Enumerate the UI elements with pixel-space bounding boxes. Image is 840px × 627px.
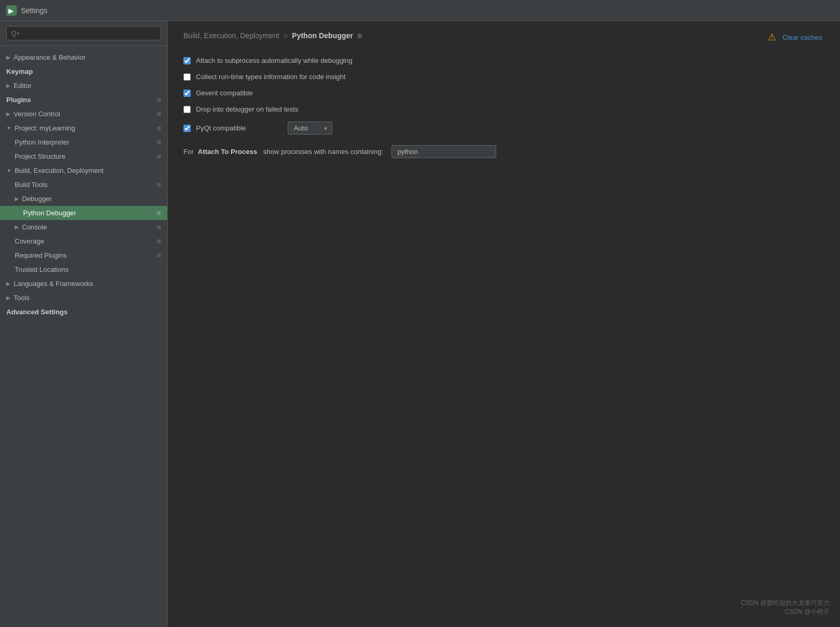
expand-icon: ▼ (6, 125, 12, 131)
search-container (0, 21, 167, 46)
settings-icon: ⊞ (157, 111, 161, 117)
app-logo: ▶ (6, 5, 17, 16)
watermark: CSDN @爱吃甜的火龙果巧克力 CSDN @小橙子 (740, 599, 830, 617)
checkbox-pyqt[interactable] (183, 125, 191, 132)
pyqt-dropdown-wrapper: Auto PyQt4 PyQt5 PySide PySide2 ▼ (288, 122, 332, 135)
settings-icon: ⊞ (157, 210, 161, 216)
sidebar-item-project[interactable]: ▼ Project: myLearning ⊞ (0, 121, 167, 135)
main-layout: ▶ Appearance & Behavior Keymap ▶ Editor … (0, 21, 840, 627)
sidebar-item-required-plugins[interactable]: Required Plugins ⊞ (0, 248, 167, 262)
sidebar-item-plugins[interactable]: Plugins ⊞ (0, 93, 167, 107)
sidebar-item-keymap[interactable]: Keymap (0, 64, 167, 79)
expand-icon: ▶ (15, 196, 19, 202)
sidebar-item-version-control[interactable]: ▶ Version Control ⊞ (0, 107, 167, 121)
sidebar-item-label: Console (22, 223, 47, 231)
sidebar-item-label: Python Debugger (23, 209, 76, 217)
expand-icon: ▶ (6, 281, 10, 287)
expand-icon: ▶ (6, 54, 10, 60)
content-area: ⚠ Clear caches Build, Execution, Deploym… (168, 21, 840, 627)
sidebar-item-label: Debugger (22, 195, 52, 203)
sidebar-item-label: Python Interpreter (15, 138, 69, 146)
checkbox-runtime[interactable] (183, 73, 191, 81)
checkbox-subprocess[interactable] (183, 57, 191, 64)
expand-icon: ▶ (6, 111, 10, 117)
checkbox-row-runtime: Collect run-time types information for c… (183, 69, 655, 85)
sidebar-item-languages[interactable]: ▶ Languages & Frameworks (0, 277, 167, 291)
checkbox-row-subprocess: Attach to subprocess automatically while… (183, 52, 655, 69)
settings-icon: ⊞ (157, 139, 161, 145)
sidebar-item-debugger[interactable]: ▶ Debugger (0, 192, 167, 206)
checkbox-label-subprocess[interactable]: Attach to subprocess automatically while… (196, 57, 352, 64)
sidebar-item-coverage[interactable]: Coverage ⊞ (0, 234, 167, 248)
sidebar-item-label: Build Tools (15, 181, 48, 189)
attach-process-input[interactable] (391, 145, 496, 158)
pyqt-row: PyQt compatible Auto PyQt4 PyQt5 PySide … (183, 117, 655, 139)
expand-icon: ▼ (6, 168, 12, 173)
checkbox-label-gevent[interactable]: Gevent compatible (196, 89, 253, 97)
attach-suffix: show processes with names containing: (261, 148, 384, 156)
checkbox-drop-debugger[interactable] (183, 106, 191, 113)
sidebar-item-label: Appearance & Behavior (14, 53, 85, 61)
sidebar-item-label: Required Plugins (15, 251, 67, 259)
watermark-line2: CSDN @小橙子 (740, 608, 830, 617)
checkbox-row-gevent: Gevent compatible (183, 85, 655, 101)
breadcrumb: Build, Execution, Deployment > Python De… (183, 31, 824, 40)
checkbox-gevent[interactable] (183, 90, 191, 97)
checkbox-row-drop-debugger: Drop into debugger on failed tests (183, 101, 655, 117)
settings-icon: ⊞ (157, 97, 161, 103)
sidebar-item-build-tools[interactable]: Build Tools ⊞ (0, 178, 167, 192)
settings-icon: ⊞ (157, 238, 161, 244)
sidebar-item-console[interactable]: ▶ Console ⊞ (0, 220, 167, 234)
settings-icon: ⊞ (157, 252, 161, 258)
clear-caches-button[interactable]: Clear caches (780, 32, 824, 42)
sidebar-item-label: Languages & Frameworks (14, 280, 93, 288)
sidebar-item-label: Editor (14, 82, 31, 90)
sidebar-item-editor[interactable]: ▶ Editor (0, 79, 167, 93)
breadcrumb-current: Python Debugger (292, 31, 353, 40)
sidebar-item-appearance[interactable]: ▶ Appearance & Behavior (0, 50, 167, 64)
sidebar-item-label: Tools (14, 294, 29, 302)
sidebar-item-label: Project: myLearning (15, 124, 75, 132)
sidebar-item-python-interpreter[interactable]: Python Interpreter ⊞ (0, 135, 167, 149)
sidebar-item-tools[interactable]: ▶ Tools (0, 291, 167, 305)
sidebar-item-project-structure[interactable]: Project Structure ⊞ (0, 149, 167, 163)
sidebar-item-label: Project Structure (15, 152, 66, 160)
expand-icon: ▶ (6, 83, 10, 89)
pyqt-dropdown[interactable]: Auto PyQt4 PyQt5 PySide PySide2 (288, 122, 332, 135)
sidebar: ▶ Appearance & Behavior Keymap ▶ Editor … (0, 21, 168, 627)
checkbox-label-drop-debugger[interactable]: Drop into debugger on failed tests (196, 105, 298, 113)
expand-icon: ▶ (15, 224, 19, 230)
sidebar-nav: ▶ Appearance & Behavior Keymap ▶ Editor … (0, 46, 167, 627)
clear-caches-area: ⚠ Clear caches (768, 31, 824, 43)
sidebar-item-label: Keymap (6, 68, 33, 75)
checkbox-label-pyqt[interactable]: PyQt compatible (196, 124, 246, 132)
settings-icon: ⊞ (157, 153, 161, 159)
sidebar-item-label: Advanced Settings (6, 308, 68, 316)
settings-form: Attach to subprocess automatically while… (183, 52, 655, 164)
top-bar: ▶ Settings (0, 0, 840, 21)
sidebar-item-advanced[interactable]: Advanced Settings (0, 305, 167, 319)
attach-prefix: For (183, 148, 194, 156)
warning-icon: ⚠ (768, 31, 776, 43)
attach-process-row: For Attach To Process show processes wit… (183, 139, 655, 164)
search-input[interactable] (6, 26, 161, 40)
sidebar-item-python-debugger[interactable]: Python Debugger ⊞ (0, 206, 167, 220)
sidebar-item-label: Plugins (6, 96, 31, 104)
settings-icon: ⊞ (157, 125, 161, 131)
breadcrumb-parent: Build, Execution, Deployment (183, 31, 279, 40)
svg-text:▶: ▶ (8, 7, 14, 15)
watermark-line1: CSDN @爱吃甜的火龙果巧克力 (740, 599, 830, 608)
sidebar-item-trusted-locations[interactable]: Trusted Locations (0, 262, 167, 277)
attach-bold-text: Attach To Process (198, 148, 257, 156)
sidebar-item-label: Version Control (14, 110, 60, 118)
breadcrumb-icon: ⊞ (357, 32, 362, 39)
settings-icon: ⊞ (157, 182, 161, 188)
expand-icon: ▶ (6, 295, 10, 301)
sidebar-item-label: Coverage (15, 237, 44, 245)
window-title: Settings (21, 6, 48, 15)
sidebar-item-label: Build, Execution, Deployment (15, 167, 104, 174)
sidebar-item-build-execution[interactable]: ▼ Build, Execution, Deployment (0, 163, 167, 178)
breadcrumb-separator: > (283, 31, 288, 40)
settings-icon: ⊞ (157, 224, 161, 230)
checkbox-label-runtime[interactable]: Collect run-time types information for c… (196, 73, 345, 81)
